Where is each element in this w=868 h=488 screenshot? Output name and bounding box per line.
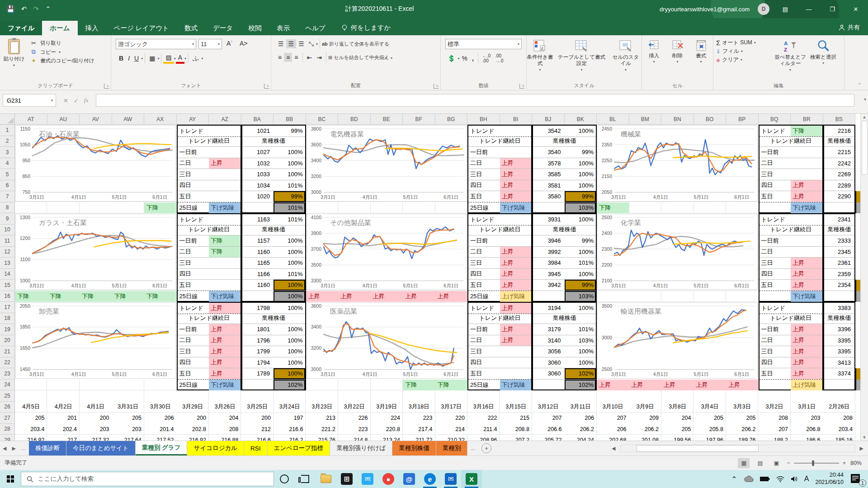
- underline-icon[interactable]: U: [132, 54, 141, 63]
- data-cell[interactable]: 197: [274, 413, 306, 424]
- pct-value-cell[interactable]: 101%: [565, 258, 596, 268]
- trend-status-cell[interactable]: 下降: [209, 235, 241, 246]
- data-cell[interactable]: 206: [144, 413, 177, 424]
- column-header-BG[interactable]: BG: [435, 114, 468, 125]
- price-value-cell[interactable]: 3984: [533, 258, 565, 268]
- sort-filter-button[interactable]: AZ 並べ替えとフィルター▾: [772, 35, 808, 72]
- select-all-corner[interactable]: [0, 114, 15, 125]
- row-header-26[interactable]: 26: [0, 402, 15, 413]
- sector-table-輸送用機器業[interactable]: トレンドトレンド継続日一日前上昇二日上昇三日上昇四日上昇五日上昇上げ気味3383…: [759, 302, 856, 390]
- price-value-cell[interactable]: 2290: [824, 191, 855, 202]
- trend-annotation-cell[interactable]: 下降: [144, 202, 177, 214]
- trend-status-cell[interactable]: [209, 126, 241, 136]
- row-header-19[interactable]: 19: [0, 324, 15, 335]
- align-left-icon[interactable]: ≡: [276, 53, 284, 62]
- price-value-cell[interactable]: 3542: [533, 126, 565, 136]
- price-value-cell[interactable]: 1798: [242, 303, 274, 314]
- data-cell[interactable]: 216.92: [15, 435, 47, 441]
- trend-status-cell[interactable]: [209, 214, 241, 225]
- price-value-cell[interactable]: 3578: [533, 158, 565, 169]
- sector-table-石油・石炭業[interactable]: トレンドトレンド継続日一日前二日上昇三日四日五日25日線下げ気味102199%業…: [177, 125, 306, 213]
- price-value-cell[interactable]: 2216: [824, 126, 855, 136]
- font-name-box[interactable]: 游ゴシック▾: [116, 39, 196, 49]
- edge-icon[interactable]: e: [420, 470, 440, 488]
- data-cell[interactable]: 216.88: [209, 435, 241, 441]
- price-value-cell[interactable]: 3194: [533, 303, 565, 314]
- start-button[interactable]: [0, 470, 21, 488]
- trend-annotation-cell[interactable]: 下降: [15, 291, 47, 302]
- pct-value-cell[interactable]: 103%: [565, 291, 596, 302]
- data-cell[interactable]: 2月26日: [823, 402, 856, 413]
- ribbon-tab-校閲[interactable]: 校閲: [241, 21, 269, 35]
- trend-annotation-cell[interactable]: 下降: [403, 380, 435, 391]
- bold-icon[interactable]: B: [117, 54, 126, 63]
- data-cell[interactable]: 213.24: [371, 435, 403, 441]
- middle-align-icon[interactable]: ☰: [286, 39, 297, 48]
- store-icon[interactable]: ⊞: [336, 470, 357, 488]
- name-box-dropdown-icon[interactable]: ▾: [51, 98, 56, 103]
- pct-value-cell[interactable]: 100%: [274, 324, 305, 335]
- pct-value-cell[interactable]: 103%: [565, 335, 596, 346]
- excel-icon[interactable]: X: [461, 470, 482, 488]
- find-select-button[interactable]: 検索と選択▾: [808, 35, 838, 72]
- decrease-decimal-icon[interactable]: .00→.0: [493, 52, 505, 64]
- data-cell[interactable]: 206.8: [791, 424, 823, 435]
- pct-value-cell[interactable]: 101%: [274, 180, 305, 191]
- data-cell[interactable]: 220.8: [371, 424, 403, 435]
- trend-annotation-cell[interactable]: 上昇: [435, 291, 468, 302]
- trend-status-cell[interactable]: 下げ気味: [209, 291, 241, 302]
- trend-status-cell[interactable]: 上昇: [500, 158, 532, 169]
- pct-value-cell[interactable]: 100%: [565, 180, 596, 191]
- alignment-dialog-launcher[interactable]: ↘: [434, 84, 439, 89]
- sector-table-ガラス・土石業[interactable]: トレンドトレンド継続日一日前下降二日下降三日四日五日25日線下げ気味116310…: [177, 213, 306, 302]
- battery-icon[interactable]: [760, 476, 770, 482]
- data-cell[interactable]: 207: [532, 413, 565, 424]
- price-value-cell[interactable]: 3383: [824, 303, 855, 314]
- price-value-cell[interactable]: 3396: [824, 324, 855, 335]
- pct-value-cell[interactable]: 102%: [565, 368, 596, 379]
- pct-value-cell[interactable]: 102%: [565, 380, 596, 391]
- row-header-12[interactable]: 12: [0, 247, 15, 258]
- trend-status-cell[interactable]: [791, 158, 822, 169]
- price-value-cell[interactable]: 1021: [242, 126, 274, 136]
- price-value-cell[interactable]: 1034: [242, 180, 274, 191]
- pct-value-cell[interactable]: 101%: [565, 324, 596, 335]
- trend-status-cell[interactable]: 下げ気味: [500, 202, 532, 214]
- column-header-BL[interactable]: BL: [597, 114, 629, 125]
- trend-status-cell[interactable]: 上昇: [500, 335, 532, 346]
- data-cell[interactable]: 208: [759, 413, 791, 424]
- ribbon-tab-ホーム[interactable]: ホーム: [42, 21, 77, 35]
- ribbon-tab-データ[interactable]: データ: [205, 21, 241, 35]
- trend-status-cell[interactable]: 下げ気味: [791, 202, 822, 214]
- phonetic-guide-icon[interactable]: ふ: [190, 53, 201, 63]
- row-header-10[interactable]: 10: [0, 225, 15, 236]
- data-cell[interactable]: 206.2: [726, 424, 759, 435]
- pct-value-cell[interactable]: 100%: [274, 291, 305, 302]
- bottom-align-icon[interactable]: ☰: [296, 39, 307, 48]
- data-cell[interactable]: 223: [403, 413, 435, 424]
- column-header-BM[interactable]: BM: [629, 114, 662, 125]
- price-value-cell[interactable]: 1160: [242, 280, 274, 291]
- pct-value-cell[interactable]: 102%: [274, 380, 305, 391]
- data-cell[interactable]: 186.6: [791, 435, 823, 441]
- data-cell[interactable]: 205.72: [532, 435, 565, 441]
- grow-font-icon[interactable]: Aʾ: [224, 39, 235, 49]
- data-cell[interactable]: 206.2: [565, 424, 597, 435]
- pct-value-cell[interactable]: 100%: [565, 214, 596, 225]
- ime-indicator[interactable]: A: [804, 475, 809, 483]
- data-cell[interactable]: 3月16日: [467, 402, 500, 413]
- pct-value-cell[interactable]: 100%: [565, 158, 596, 169]
- row-header-16[interactable]: 16: [0, 291, 15, 302]
- column-header-BH[interactable]: BH: [467, 114, 500, 125]
- fill-button[interactable]: ⇩フィル▾: [716, 47, 772, 55]
- data-cell[interactable]: 202.8: [177, 424, 209, 435]
- price-value-cell[interactable]: 3060: [533, 357, 565, 368]
- column-header-BJ[interactable]: BJ: [532, 114, 565, 125]
- data-cell[interactable]: 203.4: [823, 424, 856, 435]
- pct-value-cell[interactable]: 100%: [565, 169, 596, 180]
- price-value-cell[interactable]: [533, 291, 565, 302]
- data-cell[interactable]: 4月5日: [15, 402, 47, 413]
- format-cells-button[interactable]: 書式▾: [689, 35, 713, 64]
- data-cell[interactable]: 197.96: [694, 435, 726, 441]
- data-cell[interactable]: 3月15日: [500, 402, 533, 413]
